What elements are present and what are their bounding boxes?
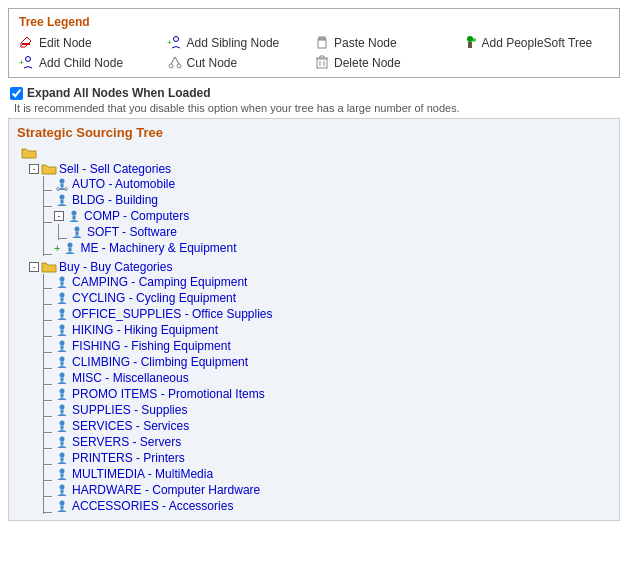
add-sibling-label: Add Sibling Node [187, 36, 280, 50]
peoplesoft-tree-icon [462, 35, 478, 51]
add-child-icon: + [19, 55, 35, 71]
me-expand-icon[interactable]: + [54, 242, 60, 254]
svg-rect-5 [319, 37, 325, 40]
svg-point-11 [169, 64, 173, 68]
expand-note: It is recommended that you disable this … [14, 102, 618, 114]
svg-rect-7 [468, 42, 472, 48]
svg-line-1 [27, 37, 31, 41]
svg-point-9 [26, 57, 31, 62]
svg-rect-59 [61, 474, 64, 478]
supplies-link[interactable]: SUPPLIES - Supplies [72, 403, 187, 417]
cycling-node-row: CYCLING - Cycling Equipment [44, 290, 611, 306]
servers-link[interactable]: SERVERS - Servers [72, 435, 181, 449]
me-node-link[interactable]: ME - Machinery & Equipment [80, 241, 236, 255]
svg-rect-45 [61, 362, 64, 366]
svg-point-38 [60, 309, 65, 314]
svg-point-26 [60, 195, 65, 200]
svg-rect-61 [61, 490, 64, 494]
comp-node-link[interactable]: COMP - Computers [84, 209, 189, 223]
multimedia-link[interactable]: MULTIMEDIA - MultiMedia [72, 467, 213, 481]
svg-point-30 [75, 227, 80, 232]
svg-rect-35 [61, 282, 64, 286]
svg-line-14 [175, 57, 179, 64]
svg-rect-31 [76, 232, 79, 236]
tree-root: - Sell - Sell Categories AUTO - Automobi… [21, 146, 611, 514]
servers-line [44, 435, 52, 449]
svg-rect-57 [61, 458, 64, 462]
svg-rect-63 [61, 506, 64, 510]
expand-section: Expand All Nodes When Loaded It is recom… [10, 86, 618, 114]
printers-link[interactable]: PRINTERS - Printers [72, 451, 185, 465]
delete-icon [314, 55, 330, 71]
add-child-label: Add Child Node [39, 56, 123, 70]
sell-collapse-icon[interactable]: - [29, 164, 39, 174]
services-link[interactable]: SERVICES - Services [72, 419, 189, 433]
svg-rect-29 [73, 216, 76, 220]
bldg-node-link[interactable]: BLDG - Building [72, 193, 158, 207]
buy-node-link[interactable]: Buy - Buy Categories [59, 260, 172, 274]
accessories-icon [54, 499, 70, 513]
paste-node-label: Paste Node [334, 36, 397, 50]
fishing-node-row: FISHING - Fishing Equipment [44, 338, 611, 354]
hardware-link[interactable]: HARDWARE - Computer Hardware [72, 483, 260, 497]
legend-edit-node[interactable]: Edit Node [19, 35, 167, 51]
svg-point-22 [60, 179, 65, 184]
promo-node-row: PROMO ITEMS - Promotional Items [44, 386, 611, 402]
svg-rect-43 [61, 346, 64, 350]
sell-node-link[interactable]: Sell - Sell Categories [59, 162, 171, 176]
climbing-link[interactable]: CLIMBING - Climbing Equipment [72, 355, 248, 369]
printers-icon [54, 451, 70, 465]
edit-node-label: Edit Node [39, 36, 92, 50]
sell-node-row: - Sell - Sell Categories [29, 162, 611, 176]
climbing-node-row: CLIMBING - Climbing Equipment [44, 354, 611, 370]
buy-collapse-icon[interactable]: - [29, 262, 39, 272]
comp-children: SOFT - Software [58, 224, 611, 240]
legend-add-peoplesoft[interactable]: Add PeopleSoft Tree [462, 35, 610, 51]
legend-add-child[interactable]: + Add Child Node [19, 55, 167, 71]
cycling-icon [54, 291, 70, 305]
svg-text:+: + [19, 58, 24, 67]
expand-checkbox-label[interactable]: Expand All Nodes When Loaded [10, 86, 618, 100]
promo-icon [54, 387, 70, 401]
fishing-link[interactable]: FISHING - Fishing Equipment [72, 339, 231, 353]
legend-add-sibling[interactable]: + Add Sibling Node [167, 35, 315, 51]
promo-link[interactable]: PROMO ITEMS - Promotional Items [72, 387, 265, 401]
auto-node-link[interactable]: AUTO - Automobile [72, 177, 175, 191]
delete-node-label: Delete Node [334, 56, 401, 70]
servers-icon [54, 435, 70, 449]
auto-node-row: AUTO - Automobile [44, 176, 611, 192]
climbing-icon [54, 355, 70, 369]
printers-line [44, 451, 52, 465]
expand-all-checkbox[interactable] [10, 87, 23, 100]
svg-point-36 [60, 293, 65, 298]
cycling-link[interactable]: CYCLING - Cycling Equipment [72, 291, 236, 305]
me-node-row: + ME - Machinery & Equipment [44, 240, 611, 256]
legend-paste-node[interactable]: Paste Node [314, 35, 462, 51]
soft-node-link[interactable]: SOFT - Software [87, 225, 177, 239]
misc-node-row: MISC - Miscellaneous [44, 370, 611, 386]
comp-node-row: - COMP - Computers [44, 208, 611, 224]
misc-icon [54, 371, 70, 385]
svg-point-56 [60, 453, 65, 458]
buy-folder-icon [41, 260, 57, 274]
comp-collapse-icon[interactable]: - [54, 211, 64, 221]
svg-point-40 [60, 325, 65, 330]
svg-point-6 [467, 36, 473, 42]
legend-delete-node[interactable]: Delete Node [314, 55, 462, 71]
accessories-link[interactable]: ACCESSORIES - Accessories [72, 499, 233, 513]
soft-node-row: SOFT - Software [59, 224, 611, 240]
hiking-node-row: HIKING - Hiking Equipment [44, 322, 611, 338]
camping-link[interactable]: CAMPING - Camping Equipment [72, 275, 247, 289]
bldg-person-icon [54, 193, 70, 207]
misc-link[interactable]: MISC - Miscellaneous [72, 371, 189, 385]
svg-rect-55 [61, 442, 64, 446]
services-icon [54, 419, 70, 433]
svg-rect-51 [61, 410, 64, 414]
svg-rect-41 [61, 330, 64, 334]
supplies-node-row: SUPPLIES - Supplies [44, 402, 611, 418]
svg-point-58 [60, 469, 65, 474]
legend-cut-node[interactable]: Cut Node [167, 55, 315, 71]
hiking-link[interactable]: HIKING - Hiking Equipment [72, 323, 218, 337]
office-link[interactable]: OFFICE_SUPPLIES - Office Supplies [72, 307, 273, 321]
tree-section: Strategic Sourcing Tree - Sell - Sell Ca… [8, 118, 620, 521]
